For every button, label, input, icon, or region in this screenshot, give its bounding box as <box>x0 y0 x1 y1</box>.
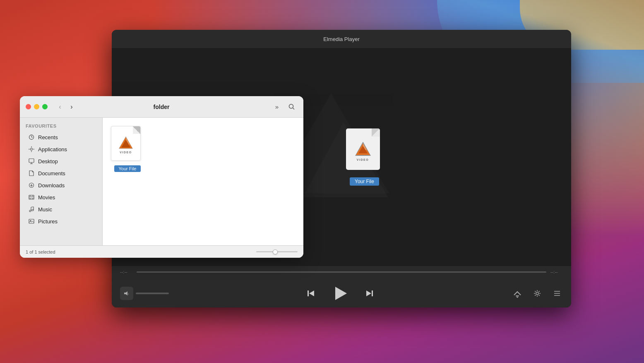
player-file-icon: VIDEO Your File <box>346 128 383 186</box>
svg-line-19 <box>293 108 295 109</box>
folder-title: folder <box>55 104 268 110</box>
sidebar-item-movies[interactable]: Movies <box>22 191 100 203</box>
svg-text:): ) <box>128 293 129 295</box>
finder-statusbar: 1 of 1 selected <box>20 245 303 258</box>
sidebar-label-recents: Recents <box>38 134 58 140</box>
applications-icon <box>28 146 35 152</box>
finder-sidebar: Favourites Recents Applications Desktop <box>20 118 103 245</box>
player-titlebar: Elmedia Player <box>112 30 571 48</box>
window-buttons <box>26 104 48 109</box>
right-controls <box>512 288 563 299</box>
view-options-button[interactable]: » <box>271 101 283 113</box>
svg-marker-13 <box>516 297 519 298</box>
volume-control: ) <box>120 287 169 300</box>
close-button[interactable] <box>26 104 31 109</box>
finder-body: Favourites Recents Applications Desktop <box>20 118 303 245</box>
svg-rect-28 <box>29 159 34 162</box>
slider-track <box>256 251 298 252</box>
finder-window: ‹ › folder » Favourites Recents <box>20 96 303 258</box>
pictures-icon <box>28 218 35 225</box>
time-end: --:-- <box>550 269 563 274</box>
status-selected: 1 of 1 selected <box>26 249 55 254</box>
file-item[interactable]: VIDEO Your File <box>111 126 144 172</box>
prev-button[interactable] <box>304 286 319 301</box>
desktop-icon <box>28 158 35 165</box>
svg-point-18 <box>289 104 293 108</box>
progress-bar-row: --:-- --:-- <box>120 269 563 274</box>
svg-rect-12 <box>516 295 519 296</box>
svg-point-14 <box>536 292 538 295</box>
search-button[interactable] <box>286 101 298 113</box>
file-type-badge: VIDEO <box>120 151 132 154</box>
play-icon <box>335 287 347 300</box>
time-start: --:-- <box>120 269 132 274</box>
downloads-icon <box>28 182 35 189</box>
sidebar-section-favourites: Favourites <box>20 123 102 131</box>
player-file-label: Your File <box>350 177 379 186</box>
volume-slider[interactable] <box>136 293 169 294</box>
main-controls <box>304 284 377 302</box>
sidebar-label-movies: Movies <box>38 194 55 201</box>
player-title: Elmedia Player <box>323 36 359 42</box>
recents-icon <box>28 134 35 140</box>
sidebar-item-downloads[interactable]: Downloads <box>22 179 100 191</box>
slider-thumb <box>273 249 278 254</box>
file-label: Your File <box>114 165 140 172</box>
sidebar-item-pictures[interactable]: Pictures <box>22 215 100 227</box>
files-area: VIDEO Your File <box>111 126 295 237</box>
svg-rect-10 <box>372 290 373 296</box>
sidebar-item-applications[interactable]: Applications <box>22 143 100 155</box>
finder-content: VIDEO Your File <box>103 118 303 245</box>
sidebar-label-applications: Applications <box>38 146 67 152</box>
settings-button[interactable] <box>531 288 543 299</box>
svg-rect-47 <box>29 219 34 223</box>
sidebar-label-documents: Documents <box>38 170 65 177</box>
sidebar-label-pictures: Pictures <box>38 218 58 225</box>
minimize-button[interactable] <box>34 104 39 109</box>
sidebar-item-documents[interactable]: Documents <box>22 167 100 179</box>
movies-icon <box>28 194 35 201</box>
next-button[interactable] <box>362 286 377 301</box>
controls-row: ) <box>120 284 563 302</box>
player-bottom-bar: --:-- --:-- ) <box>112 266 571 307</box>
volume-icon[interactable]: ) <box>120 287 133 300</box>
icon-size-slider[interactable] <box>256 251 298 252</box>
playlist-button[interactable] <box>551 288 563 299</box>
documents-icon <box>28 170 35 177</box>
svg-marker-6 <box>124 291 127 295</box>
progress-track[interactable] <box>137 271 546 273</box>
play-button[interactable] <box>331 284 349 302</box>
sidebar-label-desktop: Desktop <box>38 158 58 165</box>
finder-titlebar: ‹ › folder » <box>20 96 303 118</box>
svg-rect-35 <box>29 195 34 199</box>
svg-point-23 <box>31 148 33 150</box>
maximize-button[interactable] <box>42 104 48 109</box>
finder-toolbar-right: » <box>271 101 298 113</box>
sidebar-item-desktop[interactable]: Desktop <box>22 155 100 167</box>
sidebar-item-music[interactable]: Music <box>22 203 100 215</box>
sidebar-item-recents[interactable]: Recents <box>22 131 100 143</box>
svg-marker-11 <box>366 290 371 296</box>
music-icon <box>28 206 35 213</box>
svg-marker-9 <box>309 290 314 296</box>
airplay-button[interactable] <box>512 288 523 299</box>
sidebar-label-downloads: Downloads <box>38 182 65 189</box>
sidebar-label-music: Music <box>38 206 52 213</box>
svg-rect-8 <box>308 290 309 296</box>
svg-line-46 <box>31 207 34 207</box>
